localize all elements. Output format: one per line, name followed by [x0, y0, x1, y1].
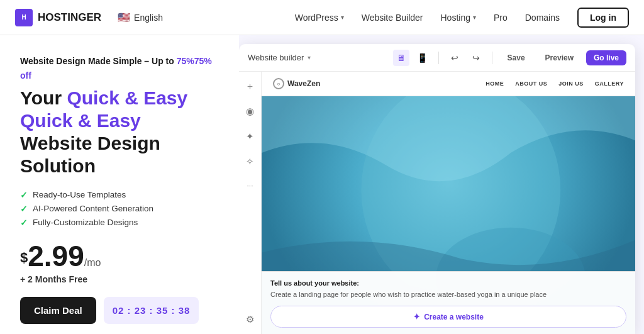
feature-2-text: AI-Powered Content Generation — [33, 204, 153, 213]
free-months: + 2 Months Free — [20, 274, 219, 284]
check-icon: ✓ — [20, 190, 28, 200]
site-logo-icon: ○ — [273, 78, 284, 89]
features-list: ✓ Ready-to-Use Templates ✓ AI-Powered Co… — [20, 190, 219, 228]
site-logo: ○ WaveZen — [273, 78, 320, 89]
builder-sidebar: ＋ ◉ ✦ ✧ ··· ⚙ — [239, 72, 262, 334]
left-panel: Website Design Made Simple – Up to 75%75… — [0, 35, 239, 334]
chevron-down-icon: ▾ — [473, 14, 476, 21]
language-selector[interactable]: 🇺🇸 English — [118, 11, 163, 23]
check-icon: ✓ — [20, 218, 28, 228]
builder-topbar: Website builder ▾ 🖥 📱 ↩ ↪ Save Preview G… — [239, 44, 635, 72]
save-button[interactable]: Save — [500, 50, 533, 65]
site-nav: ○ WaveZen HOME ABOUT US JOIN US GALLERY — [262, 72, 635, 96]
nav-hosting[interactable]: Hosting ▾ — [440, 13, 475, 23]
right-panel: Website builder ▾ 🖥 📱 ↩ ↪ Save Preview G… — [239, 35, 644, 334]
nav-wordpress[interactable]: WordPress ▾ — [295, 13, 344, 23]
claim-deal-button[interactable]: Claim Deal — [20, 297, 96, 324]
main-title: Your Quick & Easy Quick & Easy Website D… — [20, 87, 219, 177]
site-nav-home: HOME — [486, 81, 504, 87]
logo-icon: H — [15, 9, 33, 26]
more-icon[interactable]: ··· — [247, 181, 253, 190]
headline-text: Website Design Made Simple – Up to — [20, 56, 174, 66]
builder-canvas: ○ WaveZen HOME ABOUT US JOIN US GALLERY — [262, 72, 635, 334]
ai-chat-overlay: Tell us about your website: Create a lan… — [262, 271, 635, 334]
price-row: $2.99/mo — [20, 242, 219, 270]
site-logo-text: WaveZen — [287, 79, 320, 88]
builder-brand-text: Website builder — [248, 53, 304, 62]
price-mo: /mo — [84, 257, 101, 268]
header: H HOSTINGER 🇺🇸 English WordPress ▾ Websi… — [0, 0, 644, 35]
pages-icon[interactable]: ◉ — [242, 103, 258, 120]
mobile-icon[interactable]: 📱 — [414, 50, 431, 66]
preview-button[interactable]: Preview — [538, 50, 581, 65]
create-website-label: Create a website — [424, 313, 484, 321]
logo[interactable]: H HOSTINGER — [15, 9, 101, 26]
cta-row: Claim Deal 02 : 23 : 35 : 38 — [20, 297, 219, 324]
nav-website-builder[interactable]: Website Builder — [362, 13, 423, 23]
main-nav: WordPress ▾ Website Builder Hosting ▾ Pr… — [295, 8, 629, 28]
undo-icon[interactable]: ↩ — [447, 50, 463, 66]
builder-body: ＋ ◉ ✦ ✧ ··· ⚙ ○ WaveZen — [239, 72, 635, 334]
feature-2: ✓ AI-Powered Content Generation — [20, 204, 219, 214]
title-end: Website Design — [20, 133, 160, 153]
nav-domains[interactable]: Domains — [525, 13, 560, 23]
site-nav-links: HOME ABOUT US JOIN US GALLERY — [486, 81, 624, 87]
separator — [492, 52, 492, 64]
flag-icon: 🇺🇸 — [118, 11, 130, 23]
site-nav-about: ABOUT US — [515, 81, 547, 87]
login-button[interactable]: Log in — [577, 8, 629, 28]
price-dollar: $ — [20, 249, 28, 265]
logo-text: HOSTINGER — [38, 11, 101, 24]
title-highlight: Quick & Easy — [67, 87, 187, 108]
main-content: Website Design Made Simple – Up to 75%75… — [0, 35, 644, 334]
discount-pct: 75% — [177, 56, 194, 66]
elements-icon[interactable]: ✧ — [242, 153, 258, 170]
ai-chat-label: Tell us about your website: — [270, 279, 626, 287]
builder-brand[interactable]: Website builder ▾ — [248, 53, 311, 62]
chevron-down-icon: ▾ — [308, 54, 311, 61]
golive-button[interactable]: Go live — [586, 50, 626, 65]
site-preview: ○ WaveZen HOME ABOUT US JOIN US GALLERY — [262, 72, 635, 334]
separator — [438, 52, 439, 64]
check-icon: ✓ — [20, 204, 28, 214]
feature-3: ✓ Fully-Customizable Designs — [20, 218, 219, 228]
chevron-down-icon: ▾ — [341, 14, 344, 21]
title-start: Your — [20, 87, 62, 108]
feature-1-text: Ready-to-Use Templates — [33, 190, 126, 199]
headline: Website Design Made Simple – Up to 75%75… — [20, 55, 219, 68]
ai-chat-text: Create a landing page for people who wis… — [270, 290, 626, 299]
feature-1: ✓ Ready-to-Use Templates — [20, 190, 219, 200]
create-website-button[interactable]: ✦ Create a website — [270, 306, 626, 328]
price-amount: 2.99 — [28, 240, 84, 272]
add-section-icon[interactable]: ＋ — [242, 78, 258, 94]
feature-3-text: Fully-Customizable Designs — [33, 218, 138, 227]
builder-topbar-actions: 🖥 📱 ↩ ↪ Save Preview Go live — [393, 50, 626, 66]
nav-pro[interactable]: Pro — [494, 13, 508, 23]
countdown-timer: 02 : 23 : 35 : 38 — [104, 297, 199, 324]
builder-window: Website builder ▾ 🖥 📱 ↩ ↪ Save Preview G… — [239, 44, 635, 334]
ai-icon[interactable]: ✦ — [242, 128, 258, 145]
language-label: English — [134, 13, 163, 23]
site-nav-gallery: GALLERY — [595, 81, 624, 87]
header-left: H HOSTINGER 🇺🇸 English — [15, 9, 163, 26]
site-nav-join: JOIN US — [558, 81, 584, 87]
desktop-icon[interactable]: 🖥 — [393, 50, 409, 66]
settings-icon[interactable]: ⚙ — [242, 311, 258, 328]
plus-star-icon: ✦ — [413, 312, 420, 321]
off-badge: off — [20, 70, 219, 81]
redo-icon[interactable]: ↪ — [468, 50, 484, 66]
